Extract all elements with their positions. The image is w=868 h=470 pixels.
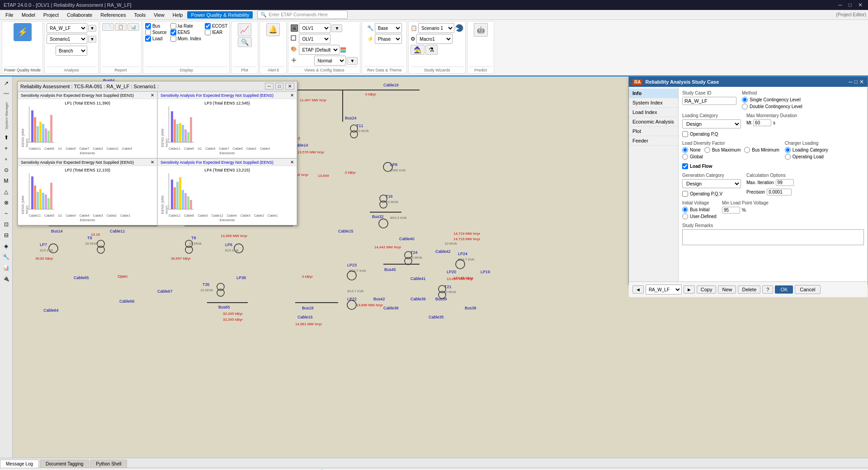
canvas-area[interactable]: Bus84 Cable19 0 k$/yr Bus24 11,947 MW hr… bbox=[13, 76, 868, 458]
nav-item-feeder[interactable]: Feeder bbox=[629, 136, 678, 146]
nav-item-info[interactable]: Info bbox=[629, 89, 678, 98]
precision-input[interactable] bbox=[767, 189, 792, 195]
phase-select[interactable]: Phase bbox=[375, 34, 402, 44]
gen-cat-pqv[interactable]: Operating P,Q,V bbox=[682, 191, 741, 197]
sidebar-tool3-icon[interactable]: 🔌 bbox=[1, 274, 11, 284]
report-btn-3[interactable]: 📊 bbox=[127, 23, 139, 31]
network-select[interactable]: OLV1 bbox=[299, 23, 330, 33]
sidebar-cursor-icon[interactable]: ⬆ bbox=[1, 133, 11, 142]
menu-project[interactable]: Project bbox=[40, 11, 62, 19]
nav-item-plot[interactable]: Plot bbox=[629, 127, 678, 136]
sidebar-load-icon[interactable]: △ bbox=[1, 187, 11, 197]
sidebar-tool1-icon[interactable]: 🔧 bbox=[1, 252, 11, 262]
pq-mode-icon[interactable]: ⚡ bbox=[14, 23, 32, 41]
ra-minimize-btn[interactable]: ─ bbox=[849, 79, 853, 85]
sa-minimize-btn[interactable]: ─ bbox=[265, 83, 274, 90]
ra-copy-btn[interactable]: Copy bbox=[697, 285, 717, 294]
gen-cat-select[interactable]: Design bbox=[682, 179, 741, 188]
ra-delete-btn[interactable]: Delete bbox=[738, 285, 760, 294]
ra-maximize-btn[interactable]: □ bbox=[854, 79, 858, 85]
sidebar-bus-icon[interactable]: ≡ bbox=[1, 154, 11, 164]
run-btn[interactable]: ▶ bbox=[455, 24, 463, 32]
charger-loading-cat[interactable]: Loading Category bbox=[785, 147, 828, 153]
cb-mom[interactable]: Mom. Index bbox=[170, 36, 201, 42]
ra-case-select[interactable]: RA_W_LF bbox=[646, 285, 682, 294]
sidebar-arrow-icon[interactable]: ↗ bbox=[1, 78, 11, 88]
tab-message-log[interactable]: Message Log bbox=[0, 460, 39, 468]
alert-btn[interactable]: 🔔 bbox=[266, 23, 280, 36]
cb-lambda[interactable]: λa Rate bbox=[170, 23, 201, 29]
load-flow-check[interactable]: Load Flow bbox=[682, 163, 864, 169]
ra-close-btn[interactable]: ✕ bbox=[859, 79, 864, 85]
network-dd-btn[interactable]: ▼ bbox=[331, 24, 342, 32]
sw-icon-btn2[interactable]: ⚗ bbox=[425, 45, 438, 55]
sidebar-motor-icon[interactable]: M bbox=[1, 176, 11, 186]
cb-eens[interactable]: EENS bbox=[170, 29, 201, 35]
search-box-placeholder[interactable]: Enter ETAP Commands Here bbox=[269, 12, 327, 17]
plot-zoom-btn[interactable]: 🔍 bbox=[238, 37, 252, 47]
ldf-global[interactable]: Global bbox=[682, 154, 779, 160]
nav-item-system-index[interactable]: System Index bbox=[629, 98, 678, 108]
menu-tools[interactable]: Tools bbox=[130, 11, 149, 19]
max-momentary-value[interactable] bbox=[753, 119, 771, 126]
cb-load[interactable]: Load bbox=[145, 36, 167, 42]
sidebar-connect-icon[interactable]: + bbox=[1, 143, 11, 153]
cb-iear[interactable]: IEAR bbox=[205, 29, 227, 35]
base-select[interactable]: Base bbox=[375, 23, 402, 33]
network-select2[interactable]: OLV1 bbox=[299, 34, 330, 44]
cb-source[interactable]: Source bbox=[145, 29, 167, 35]
menu-help[interactable]: Help bbox=[169, 11, 187, 19]
color-bars-icon[interactable] bbox=[340, 47, 346, 52]
max-iter-input[interactable] bbox=[776, 179, 794, 186]
plot-icon-btn[interactable]: 📈 bbox=[238, 23, 251, 36]
iv-user-defined[interactable]: User-Defined bbox=[682, 214, 717, 219]
maximize-button[interactable]: □ bbox=[847, 2, 854, 8]
ldf-none[interactable]: None bbox=[682, 147, 701, 153]
sidebar-cable-icon[interactable]: ~ bbox=[1, 209, 11, 218]
config-select[interactable]: ETAP (Default) bbox=[299, 45, 340, 55]
mode-select[interactable]: Normal bbox=[314, 56, 346, 66]
sidebar-relay-icon[interactable]: ◈ bbox=[1, 241, 11, 251]
ra-new-btn[interactable]: New bbox=[718, 285, 736, 294]
study-case-btn[interactable]: ▼ bbox=[88, 25, 96, 32]
menu-collaborate[interactable]: Collaborate bbox=[63, 11, 96, 19]
method-single[interactable]: Single Contingency Level bbox=[742, 97, 802, 103]
menu-references[interactable]: References bbox=[97, 11, 129, 19]
nav-item-load-index[interactable]: Load Index bbox=[629, 108, 678, 117]
min-load-point-input[interactable] bbox=[722, 207, 740, 214]
cb-bus[interactable]: Bus bbox=[145, 23, 167, 29]
nav-item-economic-analysis[interactable]: Economic Analysis bbox=[629, 117, 678, 127]
sidebar-transformer-icon[interactable]: ⊗ bbox=[1, 198, 11, 208]
scenario-btn[interactable]: ▼ bbox=[88, 36, 96, 43]
menu-file[interactable]: File bbox=[2, 11, 17, 19]
report-btn-1[interactable]: 📄 bbox=[102, 23, 114, 31]
sidebar-generator-icon[interactable]: ⊙ bbox=[1, 165, 11, 175]
sa-close-btn[interactable]: ✕ bbox=[285, 83, 294, 90]
sa-maximize-btn[interactable]: □ bbox=[275, 83, 283, 90]
ldf-bus-min[interactable]: Bus Minimum bbox=[744, 147, 779, 153]
ra-next-btn[interactable]: ► bbox=[684, 285, 695, 294]
sa-lp4-close[interactable]: ✕ bbox=[290, 160, 294, 165]
macro-select[interactable]: Macro1 bbox=[416, 34, 453, 44]
ra-prev-btn[interactable]: ◄ bbox=[632, 285, 644, 294]
ra-help-btn[interactable]: ? bbox=[762, 285, 773, 294]
study-case-select[interactable]: RA_W_LF bbox=[47, 23, 87, 33]
loading-cat-select[interactable]: Design bbox=[682, 119, 741, 128]
cb-ecost[interactable]: ECOST bbox=[205, 23, 227, 29]
sidebar-switch-icon[interactable]: ⊡ bbox=[1, 219, 11, 229]
study-case-id-input[interactable] bbox=[682, 97, 736, 105]
menu-view[interactable]: View bbox=[150, 11, 168, 19]
iv-bus-initial[interactable]: Bus Initial bbox=[682, 207, 717, 213]
charger-operating-load[interactable]: Operating Load bbox=[785, 154, 828, 160]
close-button[interactable]: ✕ bbox=[856, 2, 864, 8]
ra-ok-btn[interactable]: OK bbox=[775, 285, 793, 294]
tab-document-tagging[interactable]: Document Tagging bbox=[40, 460, 89, 468]
study-remarks-textarea[interactable] bbox=[682, 229, 864, 245]
menu-model[interactable]: Model bbox=[18, 11, 39, 19]
sa-lp2-close[interactable]: ✕ bbox=[151, 160, 154, 165]
scenario1-select[interactable]: Scenario 1 bbox=[418, 23, 454, 33]
sidebar-manager-icon[interactable]: System Manager bbox=[1, 100, 11, 132]
branch-select[interactable]: Branch bbox=[56, 46, 87, 56]
method-double[interactable]: Double Contingency Level bbox=[742, 104, 802, 109]
ldf-bus-max[interactable]: Bus Maximum bbox=[704, 147, 741, 153]
